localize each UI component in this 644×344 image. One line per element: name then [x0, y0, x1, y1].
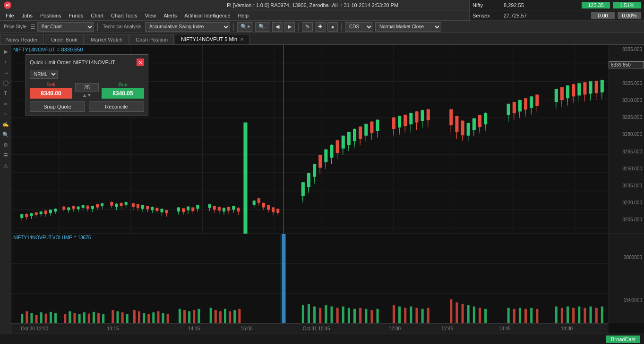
snap-quote-btn[interactable]: Snap Quote	[30, 101, 85, 112]
reconcile-btn[interactable]: Reconcile	[89, 101, 144, 112]
menu-chart[interactable]: Chart	[87, 12, 107, 19]
menu-funds[interactable]: Funds	[65, 12, 87, 19]
buy-price-input[interactable]	[102, 88, 144, 99]
svg-rect-104	[165, 210, 168, 213]
sell-label: Sell	[47, 82, 55, 87]
menu-chart-tools[interactable]: Chart Tools	[107, 12, 141, 19]
menu-positions[interactable]: Positions	[36, 12, 65, 19]
svg-rect-371	[567, 307, 569, 323]
svg-rect-360	[473, 307, 475, 323]
svg-rect-223	[427, 109, 430, 120]
menu-ai[interactable]: Artificial Intelligence	[180, 12, 234, 19]
magnet-btn[interactable]: ●	[327, 22, 338, 32]
zoom-tool-icon[interactable]: 🔍	[1, 130, 10, 139]
draw-btn[interactable]: ✎	[302, 22, 313, 32]
sell-price-input[interactable]	[30, 88, 72, 99]
svg-rect-144	[253, 201, 256, 205]
sensex-pct: 0.00%	[618, 12, 641, 19]
price-label-9: 8235.000	[609, 183, 644, 188]
volume-price-axis: 3000000 1500000	[609, 234, 644, 323]
svg-rect-83	[132, 203, 135, 207]
svg-rect-86	[137, 204, 139, 208]
svg-rect-317	[147, 314, 150, 323]
nav-right-btn[interactable]: ▶	[284, 22, 295, 32]
svg-text:14:15: 14:15	[188, 326, 200, 331]
svg-rect-357	[455, 302, 458, 323]
svg-rect-286	[595, 81, 598, 93]
svg-rect-299	[50, 312, 52, 323]
svg-rect-313	[126, 314, 129, 323]
tab-order-book[interactable]: Order Book	[45, 34, 84, 44]
menu-view[interactable]: View	[141, 12, 160, 19]
svg-rect-163	[301, 182, 305, 196]
svg-rect-340	[330, 307, 333, 323]
svg-rect-369	[555, 307, 558, 323]
svg-rect-332	[233, 310, 236, 323]
indicator-select[interactable]: Accumulative Swing Index RSI MACD Bollin…	[145, 22, 230, 32]
alert-tool-icon[interactable]: ⚠	[1, 161, 10, 170]
fib-tool-icon[interactable]: ∞	[1, 99, 10, 108]
broadcast-button[interactable]: BroadCast	[606, 336, 640, 343]
menu-file[interactable]: File	[2, 12, 18, 19]
sensex-change: 0.00	[591, 12, 615, 19]
volume-label: NIFTY14NOVFUT.VOLUME = 13675	[13, 235, 91, 240]
sensex-label: Sensex	[472, 13, 501, 18]
line-tool-icon[interactable]: /	[1, 57, 10, 67]
menu-help[interactable]: Help	[234, 12, 253, 19]
svg-rect-365	[519, 308, 521, 323]
svg-rect-23	[25, 214, 28, 217]
tab-market-watch[interactable]: Market Watch	[85, 34, 129, 44]
zoom-out-btn[interactable]: 🔍-	[255, 22, 270, 32]
svg-text:Oct 30 12:00: Oct 30 12:00	[21, 326, 48, 331]
tab-nifty-chart[interactable]: NIFTY14NOVFUT 5 Min ✕	[175, 34, 250, 44]
market-close-select[interactable]: Normal Market Close Extended Market Clos…	[375, 22, 441, 32]
price-label-4: 8310.000	[609, 98, 644, 103]
svg-rect-327	[210, 308, 212, 323]
nav-left-btn[interactable]: ◀	[272, 22, 283, 32]
quantity-input[interactable]	[75, 83, 99, 92]
svg-rect-301	[64, 314, 66, 323]
svg-rect-328	[215, 310, 217, 323]
cds-select[interactable]: CDS NSE BSE	[345, 22, 373, 32]
svg-rect-138	[232, 206, 235, 210]
close-tab-icon[interactable]: ✕	[240, 37, 244, 42]
measure-tool-icon[interactable]: ↔	[1, 109, 10, 118]
order-close-btn[interactable]: ✕	[137, 59, 144, 66]
text-tool-icon[interactable]: T	[1, 88, 10, 98]
tab-cash-position[interactable]: Cash Position	[129, 34, 174, 44]
chart-type-select[interactable]: Bar Chart Candlestick Line OHLC	[37, 22, 94, 32]
order-type-select[interactable]: NRML MIS CNC	[30, 70, 58, 79]
tabs-row: News Reader Order Book Market Watch Cash…	[0, 33, 644, 45]
svg-rect-132	[223, 208, 225, 212]
svg-rect-110	[182, 208, 185, 212]
layers-tool-icon[interactable]: ☰	[1, 151, 10, 160]
svg-rect-89	[141, 205, 144, 209]
svg-rect-77	[120, 203, 123, 206]
app-logo: Pi	[4, 1, 11, 9]
zoom-in-btn[interactable]: 🔍+	[237, 22, 253, 32]
crosshair-btn[interactable]: ✚	[315, 22, 326, 32]
rect-tool-icon[interactable]: ▭	[1, 67, 10, 77]
svg-rect-314	[133, 310, 136, 323]
price-label-5: 8295.000	[609, 115, 644, 120]
svg-rect-376	[595, 308, 598, 323]
svg-rect-71	[110, 202, 113, 206]
order-title-text: Quick Limit Order: NIFTY14NOVFUT	[30, 59, 115, 65]
hand-tool-icon[interactable]: ✍	[1, 119, 10, 129]
svg-rect-361	[479, 308, 481, 323]
svg-rect-129	[218, 207, 221, 211]
svg-rect-184	[342, 136, 345, 149]
svg-rect-59	[86, 206, 89, 209]
svg-rect-368	[536, 309, 538, 323]
time-axis-svg: Oct 30 12:00 13:15 14:15 15:00 Oct 31 10…	[11, 324, 609, 334]
menu-alerts[interactable]: Alerts	[160, 12, 180, 19]
menu-jobs[interactable]: Jobs	[18, 12, 36, 19]
settings-tool-icon[interactable]: ⚙	[1, 140, 10, 150]
svg-rect-336	[308, 304, 310, 323]
svg-text:13:45: 13:45	[498, 326, 511, 331]
circle-tool-icon[interactable]: ◯	[1, 78, 10, 87]
chart-area[interactable]: NIFTY14NOVFUT = 8339.650 Quick Limit Ord…	[11, 45, 644, 334]
cursor-tool-icon[interactable]: ▶	[1, 47, 10, 56]
tab-news-reader[interactable]: News Reader	[0, 34, 44, 44]
chart-symbol-info: NIFTY14NOVFUT = 8339.650	[13, 47, 83, 52]
